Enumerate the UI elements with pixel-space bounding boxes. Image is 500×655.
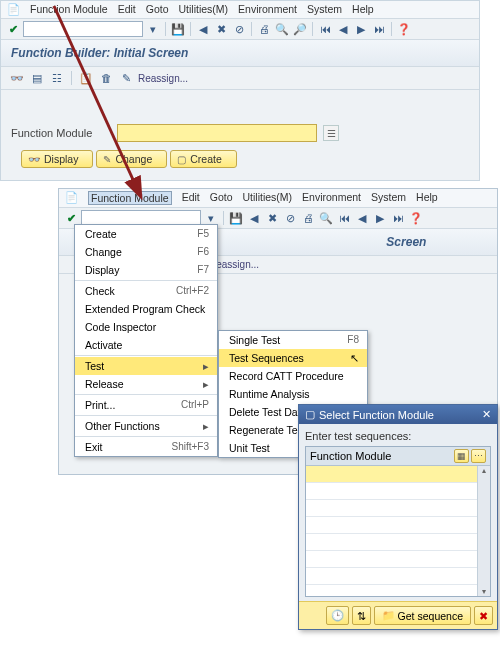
fm-label: Function Module — [11, 127, 111, 139]
separator — [251, 22, 252, 36]
menu-print[interactable]: Print...Ctrl+P — [75, 396, 217, 414]
grid-row[interactable] — [306, 534, 490, 551]
grid-column-header: Function Module — [310, 450, 391, 462]
menu-system[interactable]: System — [371, 191, 406, 205]
last-icon[interactable]: ⏭ — [390, 210, 406, 226]
close-icon[interactable]: ✕ — [482, 408, 491, 421]
grid-row[interactable] — [306, 466, 490, 483]
glasses-icon[interactable]: 👓 — [9, 70, 25, 86]
menu-edit[interactable]: Edit — [118, 3, 136, 16]
back-icon[interactable]: ◀ — [246, 210, 262, 226]
next-icon[interactable]: ▶ — [372, 210, 388, 226]
menu-environment[interactable]: Environment — [238, 3, 297, 16]
clock-button[interactable]: 🕒 — [326, 606, 349, 625]
submenu-single-test[interactable]: Single TestF8 — [219, 331, 367, 349]
menu-system[interactable]: System — [307, 3, 342, 16]
dialog-grid: Function Module ▦ ⋯ ▴▾ — [305, 446, 491, 597]
exit-icon[interactable]: ✖ — [213, 21, 229, 37]
save-icon[interactable]: 💾 — [228, 210, 244, 226]
f4-help-icon[interactable]: ☰ — [323, 125, 339, 141]
grid-row[interactable] — [306, 551, 490, 568]
print-icon[interactable]: 🖨 — [256, 21, 272, 37]
menu-help[interactable]: Help — [352, 3, 374, 16]
change-button[interactable]: ✎Change — [96, 150, 167, 168]
fm-input[interactable] — [117, 124, 317, 142]
dialog-prompt: Enter test sequences: — [305, 430, 491, 442]
last-icon[interactable]: ⏭ — [371, 21, 387, 37]
menu-display[interactable]: DisplayF7 — [75, 261, 217, 279]
list-icon[interactable]: ▤ — [29, 70, 45, 86]
back-icon[interactable]: ◀ — [195, 21, 211, 37]
separator — [312, 22, 313, 36]
find-icon[interactable]: 🔍 — [274, 21, 290, 37]
grid-row[interactable] — [306, 517, 490, 534]
print-icon[interactable]: 🖨 — [300, 210, 316, 226]
next-icon[interactable]: ▶ — [353, 21, 369, 37]
menu-goto[interactable]: Goto — [146, 3, 169, 16]
menu-goto[interactable]: Goto — [210, 191, 233, 205]
menu-release[interactable]: Release▸ — [75, 375, 217, 393]
menu-exit[interactable]: ExitShift+F3 — [75, 438, 217, 456]
prev-icon[interactable]: ◀ — [335, 21, 351, 37]
grid-row[interactable] — [306, 568, 490, 585]
menu-edit[interactable]: Edit — [182, 191, 200, 205]
help-icon[interactable]: ❓ — [408, 210, 424, 226]
separator — [223, 211, 224, 225]
menu-test[interactable]: Test▸ — [75, 357, 217, 375]
grid-row[interactable] — [306, 500, 490, 517]
top-window: 📄 Function Module Edit Goto Utilities(M)… — [0, 0, 480, 181]
display-button[interactable]: 👓Display — [21, 150, 93, 168]
menu-other-functions[interactable]: Other Functions▸ — [75, 417, 217, 435]
menu-function-module[interactable]: Function Module — [30, 3, 108, 16]
menu-environment[interactable]: Environment — [302, 191, 361, 205]
menu-check[interactable]: CheckCtrl+F2 — [75, 282, 217, 300]
menu-activate[interactable]: Activate — [75, 336, 217, 354]
cancel-button[interactable]: ✖ — [474, 606, 493, 625]
pencil-icon: ✎ — [103, 154, 111, 165]
dialog-titlebar: ▢Select Function Module ✕ — [299, 405, 497, 424]
grid-tool-icon[interactable]: ▦ — [454, 449, 469, 463]
cancel-icon[interactable]: ⊘ — [231, 21, 247, 37]
menu-create[interactable]: CreateF5 — [75, 225, 217, 243]
first-icon[interactable]: ⏮ — [317, 21, 333, 37]
submenu-test-sequences[interactable]: Test Sequences↖ — [219, 349, 367, 367]
submenu-catt[interactable]: Record CATT Procedure — [219, 367, 367, 385]
rename-icon[interactable]: ✎ — [118, 70, 134, 86]
first-icon[interactable]: ⏮ — [336, 210, 352, 226]
separator — [71, 71, 72, 85]
glasses-icon: 👓 — [28, 154, 40, 165]
prev-icon[interactable]: ◀ — [354, 210, 370, 226]
window-icon: ▢ — [305, 408, 315, 421]
menu-change[interactable]: ChangeF6 — [75, 243, 217, 261]
copy-icon[interactable]: 📋 — [78, 70, 94, 86]
save-icon[interactable]: 💾 — [170, 21, 186, 37]
menu-utilities[interactable]: Utilities(M) — [243, 191, 293, 205]
exit-icon[interactable]: ✖ — [264, 210, 280, 226]
grid-tool-icon[interactable]: ⋯ — [471, 449, 486, 463]
scrollbar[interactable]: ▴▾ — [477, 466, 490, 596]
menu-ext-check[interactable]: Extended Program Check — [75, 300, 217, 318]
create-button[interactable]: ▢Create — [170, 150, 237, 168]
grid-rows[interactable]: ▴▾ — [306, 466, 490, 596]
dialog-footer: 🕒 ⇅ 📁Get sequence ✖ — [299, 601, 497, 629]
menu-code-inspector[interactable]: Code Inspector — [75, 318, 217, 336]
findnext-icon[interactable]: 🔎 — [292, 21, 308, 37]
delete-icon[interactable]: 🗑 — [98, 70, 114, 86]
find-icon[interactable]: 🔍 — [318, 210, 334, 226]
menu-separator — [75, 415, 217, 416]
cancel-icon[interactable]: ⊘ — [282, 210, 298, 226]
menu-utilities[interactable]: Utilities(M) — [179, 3, 229, 16]
reassign-button[interactable]: Reassign... — [138, 73, 188, 84]
grid-row[interactable] — [306, 483, 490, 500]
menu-help[interactable]: Help — [416, 191, 438, 205]
help-icon[interactable]: ❓ — [396, 21, 412, 37]
dd-icon[interactable]: ▾ — [145, 21, 161, 37]
submenu-runtime[interactable]: Runtime Analysis — [219, 385, 367, 403]
separator — [190, 22, 191, 36]
menu-function-module[interactable]: Function Module — [88, 191, 172, 205]
command-field[interactable] — [23, 21, 143, 37]
get-sequence-button[interactable]: 📁Get sequence — [374, 606, 471, 625]
ok-icon[interactable]: ✔ — [5, 21, 21, 37]
sort-button[interactable]: ⇅ — [352, 606, 371, 625]
tree-icon[interactable]: ☷ — [49, 70, 65, 86]
